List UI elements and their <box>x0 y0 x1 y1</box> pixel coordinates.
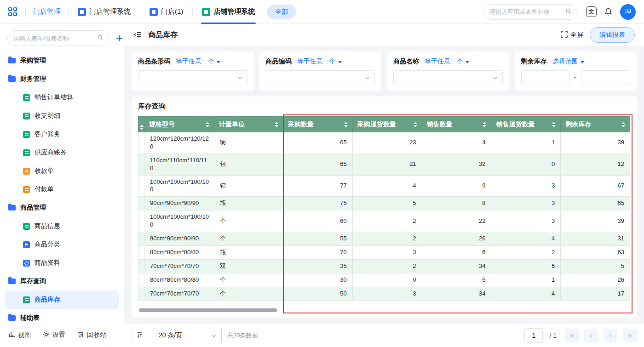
table-row-7[interactable]: 70cm*70cm*70/70双3523465 <box>138 259 630 273</box>
cell-value: 65 <box>283 132 353 154</box>
home-link[interactable]: 门店管理 <box>33 7 61 16</box>
column-header-3[interactable]: 采购退货数量 <box>352 117 422 132</box>
sidebar-search[interactable] <box>7 30 109 46</box>
sidebar-item-7[interactable]: 付款单 <box>5 180 119 199</box>
table-row-8[interactable]: 80cm*80cm*80/80个3005126 <box>138 273 630 287</box>
sidebar-item-14[interactable]: 辅助表 <box>5 309 119 323</box>
global-search[interactable] <box>483 4 578 20</box>
page-number-input[interactable] <box>524 328 543 343</box>
filter-operator-dropdown[interactable]: 选择范围 <box>552 57 584 66</box>
collapse-sidebar-icon[interactable] <box>133 30 142 40</box>
table-row-3[interactable]: 90cm*90cm*90/90瓶7558365 <box>138 197 630 210</box>
table-row-2[interactable]: 100cm*100cm*100/100箱7749367 <box>138 175 630 197</box>
sidebar-item-3[interactable]: 收支明细 <box>5 107 119 125</box>
app-square-icon <box>150 8 158 16</box>
sort-icon[interactable] <box>140 125 144 130</box>
bell-icon[interactable] <box>604 7 613 16</box>
cell-unit: 双 <box>214 259 283 273</box>
filter-value-select[interactable] <box>138 70 247 85</box>
table-row-9[interactable]: 70cm*70cm*70/70个50334417 <box>138 287 630 301</box>
sort-icon[interactable] <box>552 122 556 127</box>
folder-icon <box>8 205 16 210</box>
filter-operator-label: 等于任意一个 <box>297 57 336 66</box>
translate-icon[interactable]: 文 <box>586 6 597 17</box>
cell-spec: 80cm*80cm*80/80 <box>144 273 214 287</box>
sort-icon[interactable] <box>206 122 209 127</box>
filter-operator-dropdown[interactable]: 等于任意一个 <box>297 57 342 66</box>
sidebar-item-0[interactable]: 采购管理 <box>5 51 119 70</box>
column-header-6[interactable]: 剩余库存 <box>561 117 630 132</box>
sidebar-item-1[interactable]: 财务管理 <box>5 70 119 88</box>
sidebar-item-label: 商品库存 <box>34 296 60 304</box>
cell-spec: 90cm*90cm*90/90 <box>144 197 214 210</box>
sidebar-item-2[interactable]: 销售订单结算 <box>5 88 119 107</box>
settings-button[interactable]: 设置 <box>43 331 65 339</box>
last-page-button[interactable]: » <box>623 329 637 342</box>
tab-store-management-system[interactable]: 门店管理系统 <box>70 0 138 24</box>
sidebar-item-4[interactable]: 客户账务 <box>5 125 119 143</box>
range-min-input[interactable] <box>521 70 570 85</box>
top-bar: 门店管理 门店管理系统 门店(1) 店铺管理系统 全部 文 理 <box>0 0 644 24</box>
global-search-input[interactable] <box>489 8 562 15</box>
prev-page-button[interactable]: ‹ <box>584 329 598 342</box>
first-page-button[interactable]: « <box>565 329 579 342</box>
table-row-1[interactable]: 110cm*110cm*110/110包652132012 <box>138 154 630 175</box>
edit-report-button[interactable]: 编辑报表 <box>590 27 635 43</box>
sidebar-item-label: 客户账务 <box>34 130 60 138</box>
table-row-0[interactable]: 120cm*120cm*120/120辆65234139 <box>138 132 630 154</box>
inventory-query-card: 库存查询 规格型号计量单位采购数量采购退货数量销售数量销售退货数量剩余库存 12… <box>132 97 637 318</box>
cell-unit: 个 <box>214 273 283 287</box>
filter-operator-dropdown[interactable]: 等于任意一个 <box>176 57 220 66</box>
sort-icon[interactable] <box>483 122 486 127</box>
sidebar-item-8[interactable]: 商品管理 <box>5 199 119 217</box>
sort-icon[interactable] <box>275 122 278 127</box>
cell-value: 55 <box>283 232 353 246</box>
apps-grid-icon[interactable] <box>8 7 17 16</box>
sidebar-search-input[interactable] <box>13 35 94 42</box>
sidebar-item-13[interactable]: 商品库存 <box>5 290 119 309</box>
filter-label: 商品编码 <box>266 57 292 66</box>
cell-value: 70 <box>283 245 353 259</box>
page-size-select[interactable]: 20 条/页 <box>153 328 222 343</box>
cell-spec: 110cm*110cm*110/110 <box>144 154 214 175</box>
tab-store-1[interactable]: 门店(1) <box>142 0 190 24</box>
sidebar-item-9[interactable]: 商品信息 <box>5 217 119 235</box>
range-max-input[interactable] <box>581 70 630 85</box>
recycle-bin-button[interactable]: 回收站 <box>77 331 106 339</box>
horizontal-scrollbar-thumb[interactable] <box>139 308 277 312</box>
column-header-0[interactable]: 规格型号 <box>144 117 214 132</box>
cell-value: 3 <box>491 175 561 197</box>
filter-value-select[interactable] <box>266 70 375 85</box>
column-header-2[interactable]: 采购数量 <box>283 117 353 132</box>
tab-shop-management-system[interactable]: 店铺管理系统 <box>195 0 262 24</box>
views-button[interactable]: 视图 <box>8 331 31 339</box>
avatar[interactable]: 理 <box>620 4 636 20</box>
sidebar-item-5[interactable]: 供应商账务 <box>5 143 119 162</box>
table-row-6[interactable]: 80cm*80cm*80/80瓶7036263 <box>138 245 630 259</box>
sidebar-item-11[interactable]: 商品资料 <box>5 254 119 272</box>
table-row-4[interactable]: 100cm*100cm*100/100个60222339 <box>138 210 630 232</box>
sort-icon[interactable] <box>621 122 625 127</box>
sort-icon[interactable] <box>344 122 348 127</box>
fullscreen-button[interactable]: 全屏 <box>561 31 583 39</box>
column-header-5[interactable]: 销售退货数量 <box>491 117 561 132</box>
table-row-5[interactable]: 90cm*90cm*90/90个55226431 <box>138 232 630 246</box>
sidebar-item-6[interactable]: 收款单 <box>5 162 119 180</box>
next-page-button[interactable]: › <box>604 329 617 342</box>
column-header-4[interactable]: 销售数量 <box>422 117 491 132</box>
add-form-button[interactable]: + <box>116 33 123 43</box>
sidebar-item-10[interactable]: 商品分类 <box>5 235 119 254</box>
caret-down-icon <box>338 61 342 63</box>
sort-icon[interactable] <box>414 122 417 127</box>
sidebar-item-label: 收支明细 <box>34 112 60 120</box>
cell-value: 4 <box>491 287 561 301</box>
all-pill-button[interactable]: 全部 <box>267 5 296 19</box>
cell-value: 8 <box>422 197 491 210</box>
column-header-1[interactable]: 计量单位 <box>214 117 283 132</box>
chevron-down-icon <box>493 75 497 80</box>
sidebar-item-12[interactable]: 库存查询 <box>5 272 119 290</box>
cell-value: 2 <box>352 232 422 246</box>
filter-value-select[interactable] <box>393 70 503 85</box>
filter-operator-dropdown[interactable]: 等于任意一个 <box>425 57 469 66</box>
row-height-toggle-button[interactable] <box>132 328 147 343</box>
